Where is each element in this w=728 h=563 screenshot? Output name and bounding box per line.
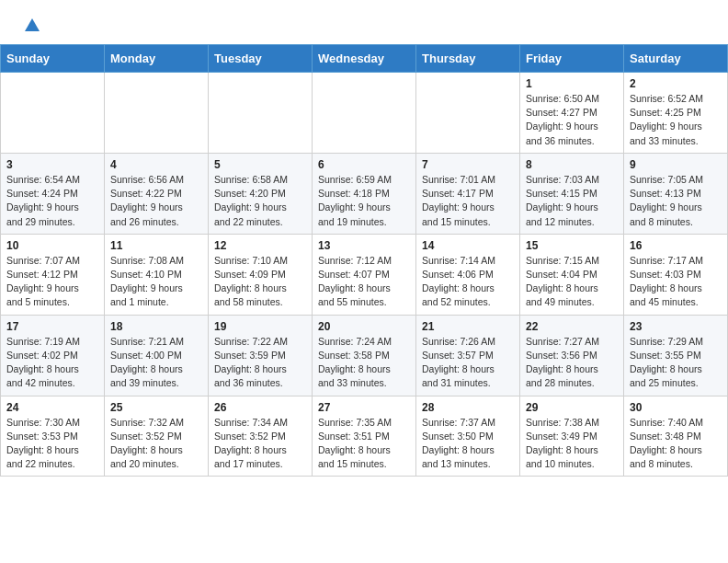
day-info: Sunrise: 7:40 AM Sunset: 3:48 PM Dayligh… bbox=[630, 416, 722, 472]
day-number: 9 bbox=[630, 158, 722, 171]
day-info: Sunrise: 7:21 AM Sunset: 4:00 PM Dayligh… bbox=[110, 335, 202, 391]
calendar-week-row: 17Sunrise: 7:19 AM Sunset: 4:02 PM Dayli… bbox=[1, 315, 728, 396]
day-info: Sunrise: 6:50 AM Sunset: 4:27 PM Dayligh… bbox=[526, 92, 618, 148]
day-number: 22 bbox=[526, 320, 618, 333]
day-info: Sunrise: 7:07 AM Sunset: 4:12 PM Dayligh… bbox=[6, 254, 98, 310]
day-info: Sunrise: 7:19 AM Sunset: 4:02 PM Dayligh… bbox=[6, 335, 98, 391]
day-info: Sunrise: 6:56 AM Sunset: 4:22 PM Dayligh… bbox=[110, 173, 202, 229]
day-info: Sunrise: 7:15 AM Sunset: 4:04 PM Dayligh… bbox=[526, 254, 618, 310]
calendar-cell: 3Sunrise: 6:54 AM Sunset: 4:24 PM Daylig… bbox=[1, 153, 105, 234]
calendar-cell: 21Sunrise: 7:26 AM Sunset: 3:57 PM Dayli… bbox=[416, 315, 520, 396]
day-number: 13 bbox=[318, 239, 410, 252]
calendar-cell: 2Sunrise: 6:52 AM Sunset: 4:25 PM Daylig… bbox=[624, 73, 728, 154]
calendar-cell: 29Sunrise: 7:38 AM Sunset: 3:49 PM Dayli… bbox=[520, 396, 624, 477]
day-info: Sunrise: 7:29 AM Sunset: 3:55 PM Dayligh… bbox=[630, 335, 722, 391]
day-of-week-header: Thursday bbox=[416, 45, 520, 73]
calendar-cell bbox=[209, 73, 313, 154]
day-number: 12 bbox=[214, 239, 306, 252]
day-number: 1 bbox=[526, 77, 618, 90]
calendar-cell: 7Sunrise: 7:01 AM Sunset: 4:17 PM Daylig… bbox=[416, 153, 520, 234]
day-info: Sunrise: 7:01 AM Sunset: 4:17 PM Dayligh… bbox=[422, 173, 514, 229]
day-number: 10 bbox=[6, 239, 98, 252]
calendar-cell: 12Sunrise: 7:10 AM Sunset: 4:09 PM Dayli… bbox=[209, 234, 313, 315]
day-number: 29 bbox=[526, 401, 618, 414]
svg-marker-0 bbox=[25, 18, 40, 31]
calendar-cell: 22Sunrise: 7:27 AM Sunset: 3:56 PM Dayli… bbox=[520, 315, 624, 396]
day-number: 2 bbox=[630, 77, 722, 90]
day-number: 24 bbox=[6, 401, 98, 414]
day-info: Sunrise: 6:59 AM Sunset: 4:18 PM Dayligh… bbox=[318, 173, 410, 229]
day-number: 15 bbox=[526, 239, 618, 252]
calendar-cell: 26Sunrise: 7:34 AM Sunset: 3:52 PM Dayli… bbox=[209, 396, 313, 477]
day-of-week-header: Friday bbox=[520, 45, 624, 73]
day-info: Sunrise: 7:32 AM Sunset: 3:52 PM Dayligh… bbox=[110, 416, 202, 472]
logo-icon bbox=[24, 17, 40, 33]
day-info: Sunrise: 7:24 AM Sunset: 3:58 PM Dayligh… bbox=[318, 335, 410, 391]
day-number: 16 bbox=[630, 239, 722, 252]
day-number: 5 bbox=[214, 158, 306, 171]
calendar-week-row: 10Sunrise: 7:07 AM Sunset: 4:12 PM Dayli… bbox=[1, 234, 728, 315]
day-of-week-header: Monday bbox=[105, 45, 209, 73]
day-number: 7 bbox=[422, 158, 514, 171]
calendar-cell bbox=[416, 73, 520, 154]
calendar-cell: 30Sunrise: 7:40 AM Sunset: 3:48 PM Dayli… bbox=[624, 396, 728, 477]
calendar-cell: 10Sunrise: 7:07 AM Sunset: 4:12 PM Dayli… bbox=[1, 234, 105, 315]
logo bbox=[22, 17, 40, 33]
day-info: Sunrise: 6:58 AM Sunset: 4:20 PM Dayligh… bbox=[214, 173, 306, 229]
calendar-cell: 25Sunrise: 7:32 AM Sunset: 3:52 PM Dayli… bbox=[105, 396, 209, 477]
calendar-cell: 28Sunrise: 7:37 AM Sunset: 3:50 PM Dayli… bbox=[416, 396, 520, 477]
day-info: Sunrise: 7:17 AM Sunset: 4:03 PM Dayligh… bbox=[630, 254, 722, 310]
day-number: 30 bbox=[630, 401, 722, 414]
calendar-cell: 16Sunrise: 7:17 AM Sunset: 4:03 PM Dayli… bbox=[624, 234, 728, 315]
day-info: Sunrise: 7:27 AM Sunset: 3:56 PM Dayligh… bbox=[526, 335, 618, 391]
day-info: Sunrise: 7:22 AM Sunset: 3:59 PM Dayligh… bbox=[214, 335, 306, 391]
calendar-cell: 27Sunrise: 7:35 AM Sunset: 3:51 PM Dayli… bbox=[313, 396, 416, 477]
day-info: Sunrise: 7:26 AM Sunset: 3:57 PM Dayligh… bbox=[422, 335, 514, 391]
calendar-cell: 4Sunrise: 6:56 AM Sunset: 4:22 PM Daylig… bbox=[105, 153, 209, 234]
day-info: Sunrise: 7:05 AM Sunset: 4:13 PM Dayligh… bbox=[630, 173, 722, 229]
calendar-cell: 23Sunrise: 7:29 AM Sunset: 3:55 PM Dayli… bbox=[624, 315, 728, 396]
calendar-cell: 9Sunrise: 7:05 AM Sunset: 4:13 PM Daylig… bbox=[624, 153, 728, 234]
day-info: Sunrise: 7:12 AM Sunset: 4:07 PM Dayligh… bbox=[318, 254, 410, 310]
calendar-week-row: 1Sunrise: 6:50 AM Sunset: 4:27 PM Daylig… bbox=[1, 73, 728, 154]
calendar-cell: 13Sunrise: 7:12 AM Sunset: 4:07 PM Dayli… bbox=[313, 234, 416, 315]
day-of-week-header: Tuesday bbox=[209, 45, 313, 73]
calendar-cell bbox=[313, 73, 416, 154]
day-number: 14 bbox=[422, 239, 514, 252]
calendar-cell bbox=[1, 73, 105, 154]
calendar-cell: 11Sunrise: 7:08 AM Sunset: 4:10 PM Dayli… bbox=[105, 234, 209, 315]
day-number: 26 bbox=[214, 401, 306, 414]
calendar-cell: 20Sunrise: 7:24 AM Sunset: 3:58 PM Dayli… bbox=[313, 315, 416, 396]
day-info: Sunrise: 7:38 AM Sunset: 3:49 PM Dayligh… bbox=[526, 416, 618, 472]
day-number: 19 bbox=[214, 320, 306, 333]
calendar-cell: 19Sunrise: 7:22 AM Sunset: 3:59 PM Dayli… bbox=[209, 315, 313, 396]
day-number: 6 bbox=[318, 158, 410, 171]
page-header bbox=[0, 0, 728, 40]
day-info: Sunrise: 6:52 AM Sunset: 4:25 PM Dayligh… bbox=[630, 92, 722, 148]
calendar-cell: 18Sunrise: 7:21 AM Sunset: 4:00 PM Dayli… bbox=[105, 315, 209, 396]
calendar-header-row: SundayMondayTuesdayWednesdayThursdayFrid… bbox=[1, 45, 728, 73]
calendar-cell bbox=[105, 73, 209, 154]
day-of-week-header: Wednesday bbox=[313, 45, 416, 73]
day-number: 23 bbox=[630, 320, 722, 333]
day-number: 17 bbox=[6, 320, 98, 333]
calendar-cell: 5Sunrise: 6:58 AM Sunset: 4:20 PM Daylig… bbox=[209, 153, 313, 234]
day-number: 8 bbox=[526, 158, 618, 171]
calendar-cell: 15Sunrise: 7:15 AM Sunset: 4:04 PM Dayli… bbox=[520, 234, 624, 315]
calendar-table: SundayMondayTuesdayWednesdayThursdayFrid… bbox=[0, 44, 728, 477]
day-number: 28 bbox=[422, 401, 514, 414]
day-of-week-header: Saturday bbox=[624, 45, 728, 73]
day-info: Sunrise: 7:03 AM Sunset: 4:15 PM Dayligh… bbox=[526, 173, 618, 229]
day-number: 27 bbox=[318, 401, 410, 414]
day-info: Sunrise: 7:08 AM Sunset: 4:10 PM Dayligh… bbox=[110, 254, 202, 310]
calendar-cell: 17Sunrise: 7:19 AM Sunset: 4:02 PM Dayli… bbox=[1, 315, 105, 396]
day-number: 18 bbox=[110, 320, 202, 333]
day-number: 11 bbox=[110, 239, 202, 252]
calendar-cell: 14Sunrise: 7:14 AM Sunset: 4:06 PM Dayli… bbox=[416, 234, 520, 315]
day-number: 3 bbox=[6, 158, 98, 171]
day-info: Sunrise: 7:30 AM Sunset: 3:53 PM Dayligh… bbox=[6, 416, 98, 472]
day-info: Sunrise: 7:34 AM Sunset: 3:52 PM Dayligh… bbox=[214, 416, 306, 472]
day-info: Sunrise: 7:37 AM Sunset: 3:50 PM Dayligh… bbox=[422, 416, 514, 472]
day-info: Sunrise: 7:10 AM Sunset: 4:09 PM Dayligh… bbox=[214, 254, 306, 310]
day-number: 25 bbox=[110, 401, 202, 414]
